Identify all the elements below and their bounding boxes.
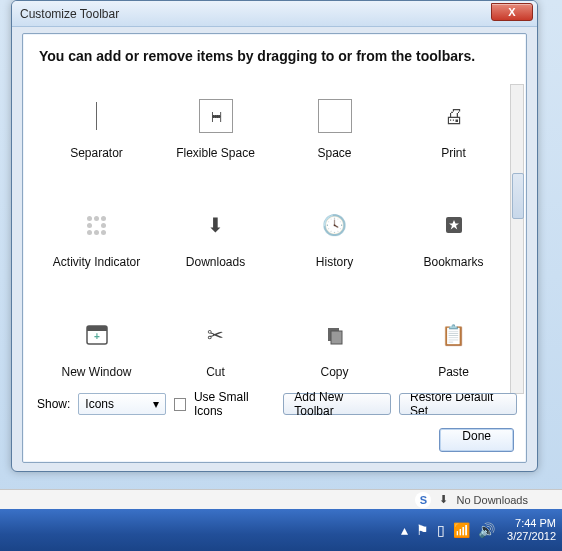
separator-icon — [79, 98, 115, 134]
activity-indicator-icon — [79, 207, 115, 243]
instruction-text: You can add or remove items by dragging … — [23, 34, 526, 66]
item-flexible-space[interactable]: |••••| Flexible Space — [156, 84, 275, 175]
close-button[interactable]: X — [491, 3, 533, 21]
tray-up-icon[interactable]: ▴ — [401, 522, 408, 538]
item-separator[interactable]: Separator — [37, 84, 156, 175]
show-selected-value: Icons — [85, 397, 114, 411]
volume-icon[interactable]: 🔊 — [478, 522, 495, 538]
customize-toolbar-window: Customize Toolbar X You can add or remov… — [11, 0, 538, 472]
dialog-client-area: You can add or remove items by dragging … — [22, 33, 527, 463]
copy-icon — [317, 317, 353, 353]
scrollbar-thumb[interactable] — [512, 173, 524, 219]
windows-taskbar[interactable]: ▴ ⚑ ▯ 📶 🔊 7:44 PM 3/27/2012 — [0, 509, 562, 551]
svg-rect-6 — [331, 331, 342, 344]
no-downloads-text: No Downloads — [456, 494, 528, 506]
network-icon[interactable]: ▯ — [437, 522, 445, 538]
item-label: Downloads — [186, 255, 245, 269]
item-space[interactable]: Space — [275, 84, 394, 175]
show-label: Show: — [37, 397, 70, 411]
flexible-space-icon: |••••| — [198, 98, 234, 134]
system-tray[interactable]: ▴ ⚑ ▯ 📶 🔊 — [401, 522, 495, 538]
show-mode-select[interactable]: Icons ▾ — [78, 393, 165, 415]
history-icon: 🕓 — [317, 207, 353, 243]
item-print[interactable]: 🖨 Print — [394, 84, 513, 175]
print-icon: 🖨 — [436, 98, 472, 134]
cut-icon: ✂ — [198, 317, 234, 353]
item-copy[interactable]: Copy — [275, 303, 394, 394]
sync-icon[interactable]: S — [415, 492, 431, 508]
item-label: Copy — [320, 365, 348, 379]
new-window-icon: + — [79, 317, 115, 353]
add-new-toolbar-button[interactable]: Add New Toolbar — [283, 393, 391, 415]
item-label: Activity Indicator — [53, 255, 140, 269]
item-label: Flexible Space — [176, 146, 255, 160]
dialog-footer-controls: Show: Icons ▾ Use Small Icons Add New To… — [37, 390, 517, 418]
space-icon — [317, 98, 353, 134]
bookmarks-icon — [436, 207, 472, 243]
item-label: Print — [441, 146, 466, 160]
item-label: Space — [317, 146, 351, 160]
item-label: Paste — [438, 365, 469, 379]
item-label: Separator — [70, 146, 123, 160]
done-button[interactable]: Done — [439, 428, 514, 452]
svg-text:+: + — [94, 331, 100, 342]
use-small-icons-checkbox[interactable] — [174, 398, 186, 411]
download-arrow-icon[interactable]: ⬇ — [439, 493, 448, 506]
titlebar[interactable]: Customize Toolbar X — [12, 1, 537, 27]
taskbar-clock[interactable]: 7:44 PM 3/27/2012 — [507, 517, 556, 543]
restore-default-set-button[interactable]: Restore Default Set — [399, 393, 517, 415]
item-bookmarks[interactable]: Bookmarks — [394, 193, 513, 284]
chevron-down-icon: ▾ — [153, 397, 159, 411]
item-label: History — [316, 255, 353, 269]
clock-time: 7:44 PM — [515, 517, 556, 530]
browser-statusbar: S ⬇ No Downloads — [0, 489, 562, 509]
item-new-window[interactable]: + New Window — [37, 303, 156, 394]
clock-date: 3/27/2012 — [507, 530, 556, 543]
wifi-icon[interactable]: 📶 — [453, 522, 470, 538]
item-label: New Window — [61, 365, 131, 379]
item-activity-indicator[interactable]: Activity Indicator — [37, 193, 156, 284]
flag-icon[interactable]: ⚑ — [416, 522, 429, 538]
item-paste[interactable]: 📋 Paste — [394, 303, 513, 394]
paste-icon: 📋 — [436, 317, 472, 353]
window-title: Customize Toolbar — [20, 7, 119, 21]
downloads-icon: ⬇ — [198, 207, 234, 243]
use-small-icons-label: Use Small Icons — [194, 390, 275, 418]
item-label: Bookmarks — [423, 255, 483, 269]
item-history[interactable]: 🕓 History — [275, 193, 394, 284]
item-label: Cut — [206, 365, 225, 379]
item-cut[interactable]: ✂ Cut — [156, 303, 275, 394]
toolbar-items-grid: Separator |••••| Flexible Space Space 🖨 … — [37, 84, 513, 394]
item-downloads[interactable]: ⬇ Downloads — [156, 193, 275, 284]
vertical-scrollbar[interactable] — [510, 84, 524, 394]
